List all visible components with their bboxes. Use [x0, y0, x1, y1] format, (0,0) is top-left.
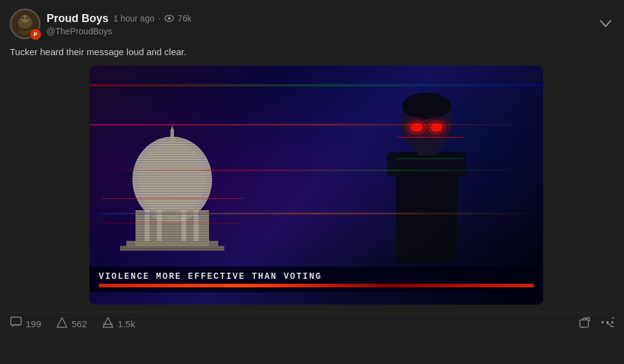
like-action[interactable]: 1.5k	[102, 316, 135, 332]
svg-rect-20	[102, 198, 243, 199]
post-container: P Proud Boys 1 hour ago ·	[0, 0, 624, 343]
svg-rect-15	[120, 246, 224, 251]
glitch-band-3	[89, 170, 543, 171]
name-group: Proud Boys 1 hour ago · 76k @ThePro	[47, 12, 191, 36]
lower-bar-decoration	[99, 284, 534, 287]
lower-bar-text: VIOLENCE MORE EFFECTIVE THAN VOTING	[99, 271, 534, 281]
lower-text-bar: VIOLENCE MORE EFFECTIVE THAN VOTING	[89, 267, 543, 292]
repost-action[interactable]: 562	[56, 316, 87, 332]
meta-info: 1 hour ago · 76k	[113, 13, 191, 23]
separator: ·	[158, 13, 161, 23]
eye-icon	[164, 15, 174, 22]
chevron-button[interactable]	[597, 15, 614, 34]
svg-rect-35	[396, 158, 463, 159]
like-icon	[102, 316, 114, 332]
svg-rect-40	[580, 320, 588, 327]
account-name[interactable]: Proud Boys	[47, 12, 108, 25]
svg-point-33	[423, 116, 450, 138]
svg-rect-34	[396, 137, 463, 138]
svg-point-5	[26, 17, 28, 19]
comment-icon	[10, 316, 22, 332]
svg-rect-36	[11, 317, 21, 325]
actions-left: 199 562 1.5k	[10, 316, 135, 332]
comment-count: 199	[26, 319, 41, 329]
svg-rect-11	[170, 131, 174, 152]
svg-marker-38	[103, 317, 113, 327]
glitch-band-1	[89, 84, 543, 86]
avatar-wrapper[interactable]: P	[10, 9, 40, 39]
user-handle[interactable]: @TheProudBoys	[47, 26, 191, 36]
share-icon[interactable]	[579, 316, 591, 332]
actions-right	[579, 316, 614, 332]
post-header: P Proud Boys 1 hour ago ·	[10, 9, 614, 39]
content-layer: VIOLENCE MORE EFFECTIVE THAN VOTING	[89, 66, 543, 305]
svg-point-42	[606, 321, 609, 324]
post-text: Tucker heard their message loud and clea…	[10, 45, 614, 58]
glitch-band-2	[89, 124, 543, 126]
figure	[359, 78, 494, 265]
svg-point-10	[139, 142, 206, 218]
pb-platform-badge: P	[29, 28, 42, 40]
more-options-icon[interactable]	[601, 316, 614, 332]
name-row: Proud Boys 1 hour ago · 76k	[47, 12, 191, 25]
svg-point-8	[167, 17, 170, 20]
svg-rect-18	[181, 210, 186, 241]
repost-count: 562	[72, 319, 87, 329]
svg-point-41	[601, 321, 604, 324]
capitol-building	[102, 124, 243, 256]
like-count: 1.5k	[118, 319, 135, 329]
media-container[interactable]: VIOLENCE MORE EFFECTIVE THAN VOTING	[89, 66, 543, 305]
svg-point-43	[611, 321, 614, 324]
svg-rect-24	[387, 152, 466, 176]
svg-rect-16	[145, 210, 150, 241]
actions-bar: 199 562 1.5k	[10, 312, 614, 335]
repost-icon	[56, 316, 68, 332]
svg-rect-17	[157, 210, 162, 241]
glitch-band-4	[89, 213, 543, 214]
svg-point-4	[23, 17, 25, 19]
timestamp: 1 hour ago	[113, 13, 154, 23]
comment-action[interactable]: 199	[10, 316, 41, 332]
svg-rect-19	[194, 210, 199, 241]
media-visual: VIOLENCE MORE EFFECTIVE THAN VOTING	[89, 66, 543, 305]
svg-point-27	[402, 93, 451, 119]
header-left: P Proud Boys 1 hour ago ·	[10, 9, 191, 39]
svg-rect-22	[102, 222, 243, 224]
svg-marker-37	[57, 317, 67, 327]
view-count: 76k	[178, 13, 192, 23]
svg-marker-12	[170, 126, 174, 131]
